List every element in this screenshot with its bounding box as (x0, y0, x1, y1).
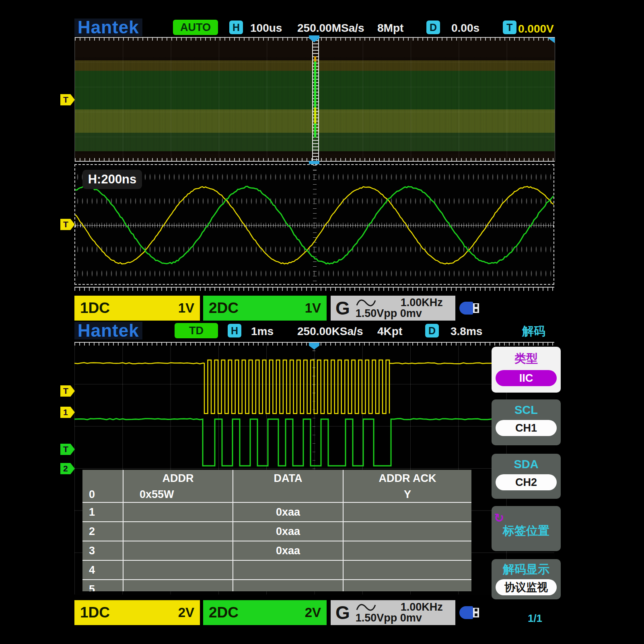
generator-badge[interactable]: G 1.00KHz 1.50Vpp 0mv (331, 296, 455, 321)
zoom-highlight-green (314, 60, 316, 138)
table-cell: 0xaa (233, 522, 343, 541)
generator-label-2: G (335, 602, 350, 623)
table-cell: 0xaa (233, 541, 343, 560)
ch2-scale-2: 2V (305, 605, 321, 620)
generator-badge-2[interactable]: G 1.00KHz 1.50Vpp 0mv (331, 600, 455, 625)
table-cell: ADDR ACK (344, 470, 471, 487)
ch1-badge-2[interactable]: 1DC 2V (74, 600, 200, 625)
table-cell (233, 561, 343, 579)
refresh-icon: ↻ (494, 511, 504, 525)
table-row: 4 (82, 561, 471, 579)
ch2-badge[interactable]: 2DC 1V (203, 296, 327, 321)
usb-hole (475, 304, 477, 307)
sample-rate-2: 250.00KSa/s (297, 325, 363, 338)
delay-icon: D (426, 21, 440, 34)
ch2-sine-trace (75, 186, 553, 264)
decode-type-label: 类型 (492, 351, 561, 367)
horizontal-icon: H (229, 21, 243, 34)
zoom-highlight-orange (314, 56, 316, 62)
trigger-level-marker[interactable]: T (60, 94, 75, 105)
horizontal-icon-2: H (228, 324, 241, 337)
generator-frequency: 1.00KHz (401, 297, 443, 308)
table-row: 20xaa (82, 522, 471, 541)
sine-waveforms (75, 165, 553, 284)
usb-connector (473, 303, 479, 313)
sine-wave-icon (356, 298, 377, 308)
table-cell (344, 580, 471, 591)
table-cell: 1 (82, 503, 123, 521)
decode-result-table: ADDRDATAADDR ACK00x55WY10xaa20xaa30xaa45 (82, 470, 471, 591)
ch1-trigger-marker[interactable]: T (60, 385, 75, 397)
ch2-scale: 1V (305, 300, 321, 316)
table-cell (344, 522, 471, 541)
zoom-timebase-label: H:200ns (82, 170, 142, 189)
ch2-coupling-label: 2DC (209, 300, 239, 317)
ch1-coupling-label: 1DC (80, 300, 110, 317)
table-cell: Y (344, 487, 471, 502)
memory-depth: 8Mpt (377, 22, 403, 35)
table-cell (123, 541, 232, 560)
sda-label: SDA (492, 458, 561, 471)
usb-device-icon-2 (459, 606, 480, 619)
table-cell (123, 503, 232, 521)
usb-body (459, 606, 473, 619)
sine-wave-icon (356, 603, 377, 612)
table-cell (123, 522, 232, 541)
overview-waveform-window (74, 37, 555, 162)
scl-label: SCL (492, 403, 561, 417)
zoom-trigger-level-marker[interactable]: T (60, 219, 75, 230)
timebase-value: 100us (250, 22, 282, 35)
usb-device-icon (459, 302, 480, 315)
table-cell: 0x55W (123, 487, 232, 502)
decode-display-panel[interactable]: 解码显示 协议监视 (492, 559, 561, 599)
zoom-highlight-yellow (314, 107, 316, 123)
channel-bar-ruler (74, 287, 554, 291)
delay-value-2: 3.8ms (451, 325, 482, 338)
label-position-label: 标签位置 (492, 523, 561, 539)
ch2-position-marker[interactable]: 2 (60, 463, 75, 474)
table-cell: 3 (82, 541, 123, 560)
acquisition-mode-badge: AUTO (173, 20, 218, 35)
decode-type-panel[interactable]: 类型 IIC (492, 347, 561, 393)
decode-type-value-button[interactable]: IIC (496, 370, 557, 386)
table-row: 5 (82, 580, 471, 591)
table-cell (344, 503, 471, 521)
decode-display-label: 解码显示 (492, 562, 561, 578)
sda-channel-button[interactable]: CH2 (496, 474, 557, 490)
ch2-trigger-marker[interactable]: T (60, 444, 75, 455)
sda-source-panel[interactable]: SDA CH2 (492, 454, 561, 499)
ch2-badge-2[interactable]: 2DC 2V (203, 600, 327, 625)
scl-source-panel[interactable]: SCL CH1 (492, 399, 561, 445)
table-cell (123, 561, 232, 579)
table-cell (233, 580, 343, 591)
brand-logo-2: Hantek (74, 322, 142, 339)
ch2-coupling-label-2: 2DC (209, 604, 239, 621)
table-cell (233, 487, 343, 502)
generator-amplitude: 1.50Vpp 0mv (356, 308, 443, 319)
scl-channel-button[interactable]: CH1 (496, 420, 557, 436)
ch1-coupling-label-2: 1DC (80, 604, 110, 621)
scl-trace (74, 360, 553, 414)
sda-trace (74, 419, 552, 466)
protocol-monitor-button[interactable]: 协议监视 (496, 579, 557, 595)
decode-page-number: 1/1 (519, 612, 551, 625)
table-row: 30xaa (82, 541, 471, 560)
label-position-panel[interactable]: ↻ 标签位置 (492, 506, 561, 551)
oscilloscope-screens: Hantek AUTO H 100us 250.00MSa/s 8Mpt D 0… (0, 0, 644, 644)
table-cell: ADDR (123, 470, 232, 487)
table-row: 10xaa (82, 503, 471, 521)
table-cell: DATA (233, 470, 343, 487)
table-cell: 0xaa (233, 503, 343, 521)
usb-connector (473, 608, 479, 617)
ch1-badge[interactable]: 1DC 1V (74, 296, 200, 321)
generator-label: G (335, 297, 350, 319)
delay-icon-2: D (425, 324, 439, 337)
table-cell (344, 541, 471, 560)
ch1-scale-2: 2V (178, 605, 194, 620)
brand-logo: Hantek (74, 19, 142, 36)
table-cell (82, 470, 123, 487)
sample-rate: 250.00MSa/s (297, 22, 364, 35)
table-cell: 5 (82, 580, 123, 591)
zoom-window-indicator[interactable] (312, 37, 319, 162)
ch1-position-marker[interactable]: 1 (60, 407, 75, 418)
